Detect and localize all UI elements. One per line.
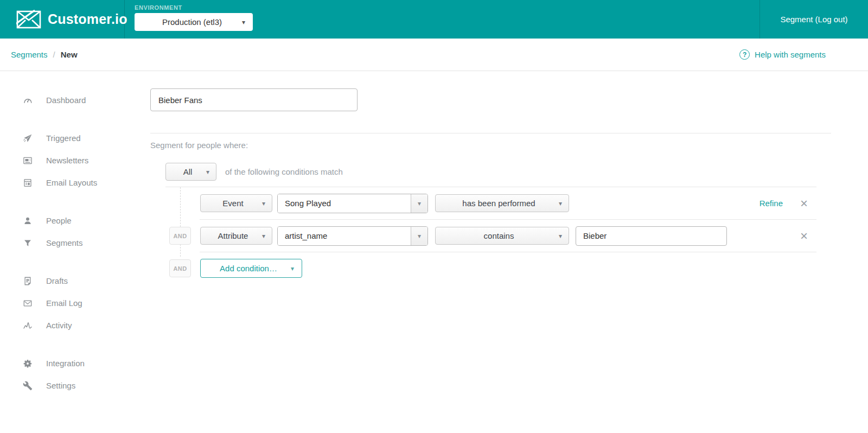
wrench-icon	[23, 381, 33, 391]
sidebar-item-dashboard[interactable]: Dashboard	[0, 89, 150, 111]
connector-slot: AND	[169, 259, 191, 277]
condition-operator-dropdown[interactable]: has been performed ▾	[435, 194, 569, 212]
condition-type-dropdown[interactable]: Event ▾	[200, 194, 272, 212]
chevron-down-icon: ▾	[418, 200, 421, 207]
chevron-down-icon: ▾	[242, 19, 245, 26]
customerio-envelope-logo-icon	[16, 10, 41, 29]
environment-label: ENVIRONMENT	[135, 4, 253, 11]
match-selector-value: All	[173, 167, 203, 176]
document-icon	[23, 276, 33, 286]
chevron-down-icon: ▾	[291, 265, 294, 272]
connector-slot: AND	[169, 227, 191, 245]
subheader: Segments / New ? Help with segments	[0, 39, 868, 71]
nav-group-campaigns: Triggered Newsletters	[0, 127, 150, 194]
attribute-name-input[interactable]	[278, 227, 411, 245]
sidebar-item-label: People	[46, 216, 72, 225]
refine-link[interactable]: Refine	[760, 199, 783, 208]
nav-group-overview: Dashboard	[0, 89, 150, 111]
condition-operator-dropdown[interactable]: contains ▾	[435, 227, 569, 245]
divider	[150, 133, 831, 133]
segment-editor: Segment for people where: All ▾ of the f…	[150, 71, 868, 433]
condition-type-value: Event	[207, 199, 259, 208]
environment-section: ENVIRONMENT Production (etl3) ▾	[125, 0, 253, 39]
sidebar-item-label: Email Log	[46, 298, 82, 308]
sidebar-item-label: Activity	[46, 321, 72, 330]
sidebar-item-settings[interactable]: Settings	[0, 374, 150, 397]
add-condition-row: AND Add condition… ▾	[150, 252, 816, 284]
logout-link[interactable]: Segment (Log out)	[780, 15, 847, 24]
envelope-icon	[23, 298, 33, 308]
activity-icon	[23, 321, 33, 330]
conditions-list: Event ▾ ▾ has been performed ▾ Refine ×	[150, 187, 868, 284]
condition-row-event: Event ▾ ▾ has been performed ▾ Refine ×	[150, 187, 816, 219]
paper-plane-icon	[23, 133, 33, 143]
sidebar-item-activity[interactable]: Activity	[0, 314, 150, 336]
condition-row-attribute: AND Attribute ▾ ▾ contains ▾	[150, 220, 816, 252]
sidebar-item-label: Segments	[46, 238, 83, 247]
breadcrumb-current: New	[61, 50, 78, 59]
combobox-toggle-button[interactable]: ▾	[411, 227, 427, 245]
event-name-input[interactable]	[278, 194, 411, 213]
sidebar-item-email-log[interactable]: Email Log	[0, 292, 150, 314]
event-name-combobox: ▾	[277, 194, 428, 213]
chevron-down-icon: ▾	[559, 200, 562, 207]
newspaper-icon	[23, 156, 33, 165]
match-selector-dropdown[interactable]: All ▾	[165, 163, 216, 181]
and-connector-badge: AND	[169, 227, 191, 245]
sidebar-item-triggered[interactable]: Triggered	[0, 127, 150, 149]
and-connector-badge: AND	[169, 259, 191, 277]
sidebar-item-label: Triggered	[46, 133, 81, 143]
nav-group-audience: People Segments	[0, 209, 150, 254]
header-spacer	[253, 0, 760, 39]
match-suffix-text: of the following conditions match	[225, 167, 343, 176]
remove-condition-icon[interactable]: ×	[800, 230, 808, 243]
attribute-name-combobox: ▾	[277, 226, 428, 246]
sidebar-item-label: Email Layouts	[46, 178, 97, 187]
breadcrumb-separator: /	[53, 50, 55, 59]
gauge-icon	[23, 95, 33, 105]
person-icon	[23, 216, 33, 226]
funnel-icon	[23, 238, 33, 248]
brand-name: Customer.io	[48, 11, 127, 27]
breadcrumb-segments-link[interactable]: Segments	[11, 50, 48, 59]
help-label: Help with segments	[755, 50, 826, 59]
segment-name-input[interactable]	[150, 88, 358, 111]
brand[interactable]: Customer.io	[0, 0, 125, 39]
nav-group-admin: Integration Settings	[0, 352, 150, 397]
add-condition-label: Add condition…	[208, 264, 289, 273]
condition-value-input[interactable]	[576, 226, 727, 246]
gear-icon	[23, 359, 33, 368]
sidebar-item-label: Drafts	[46, 276, 68, 285]
add-condition-button[interactable]: Add condition… ▾	[200, 259, 302, 278]
app-header: Customer.io ENVIRONMENT Production (etl3…	[0, 0, 868, 39]
environment-value: Production (etl3)	[142, 17, 242, 27]
sidebar-item-drafts[interactable]: Drafts	[0, 270, 150, 292]
sidebar-item-label: Settings	[46, 381, 75, 390]
combobox-toggle-button[interactable]: ▾	[411, 194, 427, 213]
sidebar: Dashboard Triggered	[0, 71, 150, 433]
condition-type-dropdown[interactable]: Attribute ▾	[200, 227, 272, 245]
content: Dashboard Triggered	[0, 71, 868, 433]
chevron-down-icon: ▾	[418, 233, 421, 239]
sidebar-item-label: Integration	[46, 359, 85, 368]
segment-intro-text: Segment for people where:	[150, 141, 868, 150]
sidebar-item-label: Dashboard	[46, 95, 86, 105]
sidebar-item-email-layouts[interactable]: Email Layouts	[0, 171, 150, 194]
layout-icon	[23, 178, 33, 188]
sidebar-item-people[interactable]: People	[0, 209, 150, 232]
match-row: All ▾ of the following conditions match	[150, 163, 868, 181]
chevron-down-icon: ▾	[559, 233, 562, 239]
sidebar-item-integration[interactable]: Integration	[0, 352, 150, 374]
help-with-segments-link[interactable]: ? Help with segments	[739, 49, 826, 60]
chevron-down-icon: ▾	[262, 200, 265, 207]
sidebar-item-label: Newsletters	[46, 156, 88, 165]
remove-condition-icon[interactable]: ×	[800, 197, 808, 210]
condition-type-value: Attribute	[207, 231, 259, 240]
sidebar-item-newsletters[interactable]: Newsletters	[0, 149, 150, 171]
condition-operator-value: has been performed	[442, 199, 556, 208]
environment-select[interactable]: Production (etl3) ▾	[135, 13, 253, 31]
help-question-icon: ?	[739, 49, 750, 60]
chevron-down-icon: ▾	[262, 233, 265, 239]
nav-group-messages: Drafts Email Log Activity	[0, 270, 150, 336]
sidebar-item-segments[interactable]: Segments	[0, 232, 150, 254]
